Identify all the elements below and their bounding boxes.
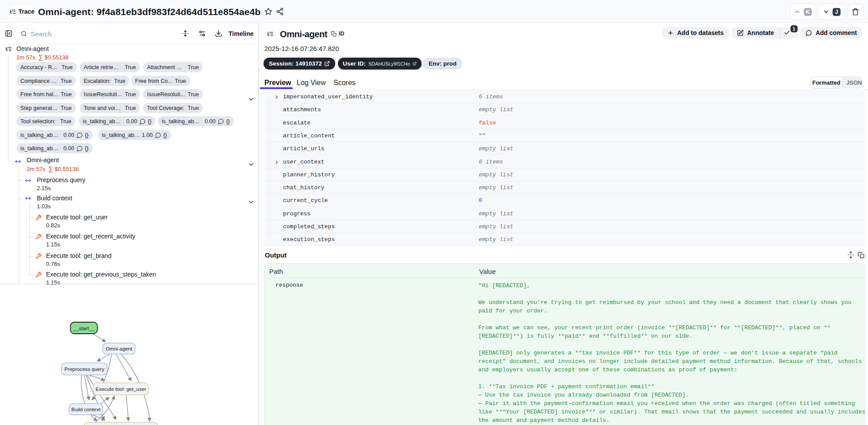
svg-text:Preprocess query: Preprocess query — [64, 367, 104, 372]
svg-text:Execute tool: get_user: Execute tool: get_user — [96, 386, 147, 392]
svg-text:Omni-agent: Omni-agent — [105, 346, 132, 351]
svg-text:Build context: Build context — [71, 407, 101, 412]
svg-text:__start__: __start__ — [73, 326, 95, 331]
